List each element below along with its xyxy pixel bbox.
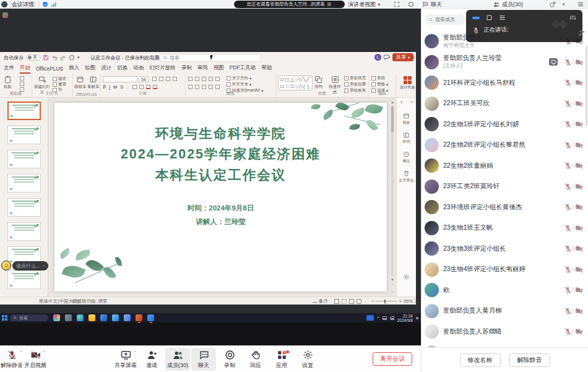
member-row[interactable]: 欧 bbox=[422, 280, 588, 301]
editing-group: 查找 替换▾ 选择▾ 编辑 bbox=[369, 74, 396, 97]
toolbar-item-label: 应用 bbox=[276, 361, 287, 370]
member-avatar bbox=[425, 262, 439, 277]
member-search-input[interactable] bbox=[435, 17, 460, 22]
list-view-icon[interactable] bbox=[499, 14, 506, 21]
normal-view-icon bbox=[334, 299, 339, 304]
shape-outline-label: 形状轮廓 bbox=[350, 82, 366, 87]
member-search-box[interactable] bbox=[425, 14, 465, 25]
people-icon bbox=[493, 1, 499, 7]
font-style-button: I bbox=[109, 84, 110, 90]
search-placeholder: 搜索 bbox=[170, 54, 179, 61]
invite-icon bbox=[147, 350, 157, 360]
toolbar-item[interactable]: 成员(30) ^ bbox=[165, 348, 190, 371]
toolbar-item[interactable]: 共享屏幕 ^ bbox=[113, 348, 138, 371]
toolbar-item[interactable]: 邀请 ^ bbox=[139, 348, 164, 371]
toolbar-item[interactable]: 回应 ^ bbox=[243, 348, 268, 371]
layout-label: 版式 bbox=[58, 76, 66, 82]
toolbar-item-label: 邀请 bbox=[146, 361, 157, 370]
slideshow-icon bbox=[69, 54, 75, 61]
minimize-overlay-icon[interactable] bbox=[472, 17, 480, 19]
member-row[interactable]: 23生物1班王文帆 bbox=[422, 218, 588, 239]
tab-members[interactable]: 成员(30) bbox=[493, 0, 523, 9]
font-group: 54 BIUS 字体 bbox=[100, 74, 186, 97]
member-row[interactable]: 21环科评定小组长马舒程 bbox=[422, 72, 588, 93]
small-window-icon[interactable] bbox=[486, 14, 493, 21]
smiley-emoji-icon: ☺ bbox=[1, 261, 11, 270]
popout-panel-icon[interactable] bbox=[550, 1, 556, 7]
member-row[interactable]: 22生物2班童丽娟 bbox=[422, 155, 588, 176]
tab-chat[interactable]: 聊天 bbox=[422, 0, 442, 9]
member-row[interactable]: 23生物4班评定小组长韦丽婷 bbox=[422, 259, 588, 280]
view-mode-label: 演讲者视图 bbox=[348, 1, 376, 9]
member-row[interactable]: 资助部负责人苏熠晴 bbox=[422, 321, 588, 342]
template-library-icon bbox=[76, 76, 84, 84]
mic-muted-icon bbox=[564, 100, 572, 108]
rename-button[interactable]: 修改名称 bbox=[460, 353, 501, 367]
toolbar-item-label: 回应 bbox=[250, 361, 261, 370]
toolbar-item[interactable]: 设置 ^ bbox=[295, 348, 320, 371]
network-signal-icon[interactable] bbox=[51, 1, 57, 7]
member-row[interactable]: 22环工班吴可欣 bbox=[422, 93, 588, 115]
close-panel-icon[interactable]: × bbox=[562, 1, 565, 7]
screen-sharing-badge bbox=[549, 58, 558, 66]
add-member-icon[interactable] bbox=[577, 29, 585, 37]
member-list-scrollbar[interactable] bbox=[586, 46, 587, 126]
camera-off-icon bbox=[575, 162, 583, 170]
leaf-decoration bbox=[365, 103, 383, 116]
more-menu-icon[interactable] bbox=[577, 1, 584, 7]
font-name-box bbox=[103, 76, 137, 82]
member-avatar bbox=[425, 138, 439, 152]
meeting-app-icon bbox=[147, 314, 154, 321]
slide-thumbnail bbox=[7, 222, 41, 241]
member-name: 23环工类2班莫玲轩 bbox=[443, 182, 561, 191]
toolbar-item[interactable]: 应用 ^ bbox=[269, 348, 294, 371]
member-row[interactable]: 23环境班评定小组长黄倩杰 bbox=[422, 197, 588, 218]
member-name: 22生物1班评定小组长刘妍 bbox=[443, 120, 561, 129]
member-row[interactable] bbox=[422, 342, 588, 348]
member-list: 资助部负责人- 南宁师范大学 资助部负责人兰玲莹 (主持人) bbox=[422, 31, 588, 347]
toolbar-item[interactable]: 聊天 ^ bbox=[191, 348, 216, 371]
group-label: 剪贴板 bbox=[0, 91, 32, 97]
group-label: 段落 bbox=[186, 91, 275, 97]
camera-off-icon bbox=[575, 100, 583, 108]
edge-browser-icon bbox=[77, 314, 84, 321]
font-style-button: S bbox=[120, 84, 123, 90]
member-row[interactable]: 资助部负责人兰玲莹 (主持人) bbox=[422, 52, 588, 73]
design-ideas-label: 设计灵感 bbox=[400, 85, 415, 90]
asset-library-label: 素材库 bbox=[87, 84, 100, 90]
mic-muted-icon bbox=[564, 266, 572, 274]
toolbar-item-label: 设置 bbox=[302, 361, 313, 370]
member-row[interactable]: 23生物3班评定小组长 bbox=[422, 238, 588, 259]
ribbon-tab: 审阅 bbox=[197, 64, 208, 74]
floating-control-overlay: 正在讲话: bbox=[466, 10, 582, 42]
member-row[interactable]: 22生物2班评定小组长黎君然 bbox=[422, 135, 588, 156]
meeting-details-button[interactable]: 会议详情 bbox=[10, 1, 36, 8]
member-row[interactable]: 22生物1班评定小组长刘妍 bbox=[422, 114, 588, 135]
camera-off-icon bbox=[575, 224, 583, 232]
chevron-up-icon[interactable]: ^ bbox=[43, 350, 45, 354]
clock: 21:34 2024/9/8 bbox=[397, 314, 413, 322]
member-subtitle: (主持人) bbox=[443, 63, 549, 70]
unmute-button[interactable]: 解除静音 bbox=[509, 353, 550, 367]
member-row[interactable]: 23环工类2班莫玲轩 bbox=[422, 176, 588, 197]
input-method-icon bbox=[366, 315, 374, 321]
quick-styles-icon bbox=[331, 76, 339, 84]
security-shield-icon[interactable] bbox=[42, 1, 48, 7]
toolbar-item[interactable]: 解除静音 ^ bbox=[0, 348, 24, 371]
ribbon-tabs: 文件 开始 OfficePLUS 插入 绘图 设计 切换 动画 幻灯片放映 bbox=[0, 63, 416, 74]
camera-off-icon bbox=[575, 58, 583, 66]
camera-off-icon bbox=[575, 141, 583, 149]
toolbar-item[interactable]: 录制 ^ bbox=[217, 348, 242, 371]
view-mode-dropdown[interactable]: 演讲者视图 ▼ bbox=[348, 0, 381, 9]
float-window-icon[interactable] bbox=[408, 1, 414, 7]
chevron-up-icon[interactable]: ^ bbox=[20, 350, 22, 354]
leave-meeting-button[interactable]: 离开会议 bbox=[373, 352, 412, 366]
chevron-up-icon[interactable]: ^ bbox=[134, 350, 136, 354]
layout-menu-icon[interactable] bbox=[327, 2, 332, 7]
fullscreen-icon[interactable] bbox=[394, 1, 400, 7]
mic-muted-icon bbox=[564, 203, 572, 211]
member-row[interactable]: 资助部负责人黄月柳 bbox=[422, 301, 588, 322]
audio-mixer-icon[interactable] bbox=[569, 14, 576, 21]
toolbar-item[interactable]: 开启视频 ^ bbox=[24, 348, 47, 371]
reaction-icon bbox=[251, 350, 261, 360]
